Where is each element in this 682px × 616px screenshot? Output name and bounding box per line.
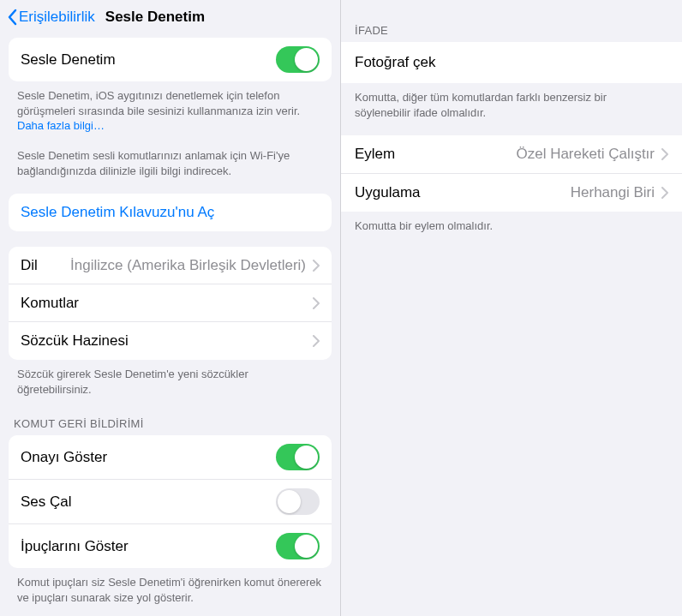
vocabulary-label: Sözcük Hazinesi (21, 332, 129, 350)
vocabulary-footer: Sözcük girerek Sesle Denetim'e yeni sözc… (0, 360, 340, 397)
chevron-right-icon (661, 148, 668, 160)
voice-control-toggle-group: Sesle Denetim Sesle Denetim, iOS aygıtın… (0, 38, 340, 178)
application-label: Uygulama (355, 184, 421, 201)
navbar: Erişilebilirlik Sesle Denetim (0, 0, 340, 33)
chevron-right-icon (313, 297, 320, 309)
phrase-footer: Komutta, diğer tüm komutlardan farklı be… (341, 83, 682, 120)
action-label: Eylem (355, 146, 395, 163)
language-label: Dil (21, 257, 38, 274)
feedback-footer: Komut ipuçları siz Sesle Denetim'i öğren… (0, 568, 340, 605)
back-button[interactable]: Erişilebilirlik (7, 9, 95, 26)
back-label: Erişilebilirlik (19, 9, 95, 26)
play-sound-label: Ses Çal (21, 493, 72, 511)
open-guide-label: Sesle Denetim Kılavuzu'nu Aç (21, 204, 214, 221)
learn-more-link[interactable]: Daha fazla bilgi… (17, 119, 105, 132)
chevron-right-icon (661, 187, 668, 199)
show-hints-label: İpuçlarını Göster (21, 538, 129, 555)
play-sound-toggle[interactable] (276, 488, 320, 515)
show-confirmation-label: Onayı Göster (21, 449, 107, 466)
application-row[interactable]: Uygulama Herhangi Biri (341, 174, 682, 212)
action-value: Özel Hareketi Çalıştır (516, 146, 655, 163)
phrase-header: İFADE (341, 5, 682, 42)
phrase-input-row[interactable]: Fotoğraf çek (341, 42, 682, 83)
left-settings-pane: Erişilebilirlik Sesle Denetim Sesle Dene… (0, 0, 341, 616)
language-row[interactable]: Dil İngilizce (Amerika Birleşik Devletle… (9, 247, 332, 284)
commands-row[interactable]: Komutlar (9, 284, 332, 322)
show-confirmation-toggle[interactable] (276, 444, 320, 470)
chevron-left-icon (7, 9, 17, 26)
footer-text-1: Sesle Denetim, iOS aygıtınızı denetlemek… (17, 89, 300, 117)
guide-group: Sesle Denetim Kılavuzu'nu Aç (0, 194, 340, 231)
voice-control-label: Sesle Denetim (21, 51, 116, 69)
chevron-right-icon (313, 260, 320, 272)
language-value: İngilizce (Amerika Birleşik Devletleri) (70, 257, 306, 274)
chevron-right-icon (313, 335, 320, 347)
vocabulary-row[interactable]: Sözcük Hazinesi (9, 322, 332, 360)
footer-text-2: Sesle Denetim sesli komutlarınızı anlama… (17, 149, 290, 177)
commands-label: Komutlar (21, 295, 79, 312)
phrase-group: İFADE Fotoğraf çek Komutta, diğer tüm ko… (341, 5, 682, 120)
action-footer: Komutta bir eylem olmalıdır. (341, 212, 682, 234)
action-group: Eylem Özel Hareketi Çalıştır Uygulama He… (341, 135, 682, 234)
voice-control-toggle-row[interactable]: Sesle Denetim (9, 38, 332, 81)
phrase-value: Fotoğraf çek (355, 54, 436, 71)
show-confirmation-row[interactable]: Onayı Göster (9, 435, 332, 480)
feedback-header: KOMUT GERİ BİLDİRİMİ (0, 412, 340, 435)
commands-group: Dil İngilizce (Amerika Birleşik Devletle… (0, 247, 340, 397)
show-hints-row[interactable]: İpuçlarını Göster (9, 524, 332, 568)
voice-control-toggle[interactable] (276, 46, 320, 73)
show-hints-toggle[interactable] (276, 533, 320, 559)
open-guide-button[interactable]: Sesle Denetim Kılavuzu'nu Aç (9, 194, 332, 231)
page-title: Sesle Denetim (105, 9, 205, 26)
feedback-group: KOMUT GERİ BİLDİRİMİ Onayı Göster Ses Ça… (0, 412, 340, 605)
play-sound-row[interactable]: Ses Çal (9, 480, 332, 524)
application-value: Herhangi Biri (571, 184, 655, 201)
right-command-detail-pane: İFADE Fotoğraf çek Komutta, diğer tüm ko… (341, 0, 682, 616)
action-row[interactable]: Eylem Özel Hareketi Çalıştır (341, 135, 682, 174)
voice-control-footer: Sesle Denetim, iOS aygıtınızı denetlemek… (0, 81, 340, 178)
